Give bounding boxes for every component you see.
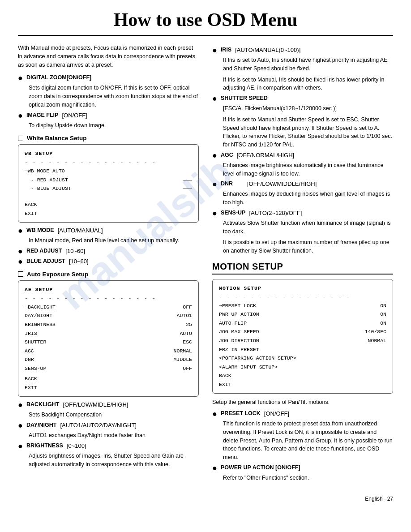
motion-box-title: MOTION SETUP [219,284,386,293]
ae-back: BACK [25,374,192,383]
ae-row: →BACKLIGHTOFF [25,303,192,312]
bullet-icon: ● [18,257,23,266]
digital-zoom-label: DIGITAL ZOOM[ON/OFF] [26,74,91,81]
agc-range: [OFF/NORMAL/HIGH] [237,152,295,159]
backlight-label: BACKLIGHT [26,401,60,408]
bullet-icon: ● [212,94,217,103]
dnr-item: ● DNR [OFF/LOW/MIDDLE/HIGH] [212,180,393,188]
red-adjust-key: - RED ADJUST [31,176,68,184]
motion-rows-container: →PRESET LOCKONPWR UP ACTIONONAUTO FLIPON… [219,301,386,345]
intro-text: With Manual mode at presets, Focus data … [18,44,199,69]
red-adjust-row: - RED ADJUST ——— [31,176,192,184]
sens-up-desc1: Activates Slow Shutter function when lum… [223,219,393,236]
red-adjust-item: ● RED ADJUST [10~60] [18,248,199,255]
bullet-icon: ● [18,247,23,255]
bullet-icon: ● [18,112,23,120]
ae-row: IRISAUTO [25,329,192,338]
shutter-item: ● SHUTTER SPEED [212,95,393,103]
motion-row: JOG DIRECTIONNORMAL [219,336,386,345]
arrow-icon: → [25,167,28,176]
bullet-icon: ● [18,442,23,450]
bullet-icon: ● [212,410,217,418]
power-up-item: ● POWER UP ACTION [ON/OFF] [212,464,393,472]
ae-box-dashes: - - - - - - - - - - - - - - - - - [25,294,192,303]
bullet-icon: ● [212,46,217,54]
motion-box-dashes: - - - - - - - - - - - - - - - - - [219,292,386,301]
frz-preset: FRZ IN PRESET [219,345,386,354]
bullet-icon: ● [212,209,217,217]
preset-lock-item: ● PRESET LOCK [ON/OFF] [212,410,393,418]
bullet-icon: ● [18,74,23,82]
image-flip-label: IMAGE FLIP [26,112,59,118]
ae-setup-heading: Auto Exposure Setup [18,271,199,278]
agc-label: AGC [221,152,233,158]
iris-desc1: If Iris is set to Auto, Iris should have… [223,56,393,73]
bullet-icon: ● [212,180,217,188]
brightness-desc: Adjusts brightness of images. Iris, Shut… [29,452,199,469]
page-footer: English –27 [18,494,393,502]
sens-up-desc2: It is possible to set up the maximum num… [223,238,393,255]
wb-setup-heading: White Balance Setup [18,135,199,142]
blue-adjust-item: ● BLUE ADJUST [10~60] [18,258,199,266]
motion-desc: Setup the general functions of Pan/Tilt … [212,398,393,407]
right-column: ● IRIS [AUTO/MANUAL(0~100)] If Iris is s… [212,44,393,485]
bullet-icon: ● [212,464,217,472]
preset-lock-desc: This function is made to protect preset … [223,420,393,462]
wb-setup-box: WB SETUP - - - - - - - - - - - - - - - -… [18,144,199,223]
red-adjust-range: [10~60] [65,248,85,254]
motion-row: JOG MAX SPEED140/SEC [219,327,386,336]
agc-desc: Enhances image brightness automatically … [223,161,393,178]
image-flip-desc: To display Upside down image. [29,121,199,130]
wb-mode-desc: In Manual mode, Red and Blue level can b… [29,236,199,245]
shutter-range: [ESC/A. Flicker/Manual(x128~1/120000 sec… [223,104,393,113]
red-adjust-val: ——— [183,176,192,184]
brightness-label: BRIGHTNESS [26,442,63,449]
ae-setup-box: AE SETUP - - - - - - - - - - - - - - - -… [18,280,199,397]
ae-row: DNRMIDDLE [25,355,192,364]
motion-setup-box: MOTION SETUP - - - - - - - - - - - - - -… [212,279,393,394]
shutter-desc: If Iris is set to Manual and Shutter Spe… [223,116,393,149]
bullet-icon: ● [18,401,23,409]
dnr-label: DNR [221,180,233,187]
sens-up-item: ● SENS-UP [AUTO(2~128)/OFF] [212,210,393,217]
brightness-range: [0~100] [67,442,86,449]
motion-back: BACK [219,371,386,380]
square-icon [18,271,23,277]
blue-adjust-val: ——— [183,184,192,193]
motion-row: AUTO FLIPON [219,319,386,328]
digital-zoom-item: ● DIGITAL ZOOM[ON/OFF] [18,74,199,82]
iris-label: IRIS [221,47,231,53]
iris-item: ● IRIS [AUTO/MANUAL(0~100)] [212,47,393,54]
alarm-input: <ALARM INPUT SETUP> [219,363,386,372]
wb-mode-row: → WB MODE AUTO [25,167,192,176]
day-night-label: DAY/NIGHT [26,422,57,428]
motion-exit: EXIT [219,380,386,389]
wb-back: BACK [25,200,192,209]
preset-lock-range: [ON/OFF] [264,410,289,417]
digital-zoom-desc: Sets digital zoom function to ON/OFF. If… [29,84,199,109]
shutter-label: SHUTTER SPEED [221,95,268,101]
sens-up-range: [AUTO(2~128)/OFF] [249,210,302,216]
left-column: With Manual mode at presets, Focus data … [18,44,199,485]
day-night-range: [AUTO1/AUTO2/DAY/NIGHT] [60,422,136,429]
wb-exit: EXIT [25,209,192,218]
preset-lock-label: PRESET LOCK [221,410,261,416]
square-icon [18,136,23,141]
ae-exit: EXIT [25,383,192,392]
day-night-item: ● DAY/NIGHT [AUTO1/AUTO2/DAY/NIGHT] [18,422,199,429]
brightness-item: ● BRIGHTNESS [0~100] [18,442,199,450]
wb-mode-label: WB MODE [26,227,54,233]
blue-adjust-range: [10~60] [69,258,89,265]
backlight-item: ● BACKLIGHT [OFF/LOW/MIDLE/HIGH] [18,401,199,409]
motion-setup-heading: MOTION SETUP [212,262,393,275]
pof-action: <POFFARKING ACTION SETUP> [219,354,386,363]
backlight-range: [OFF/LOW/MIDLE/HIGH] [63,401,128,408]
iris-range: [AUTO/MANUAL(0~100)] [235,47,300,53]
backlight-desc: Sets Backlight Compensation [29,411,199,419]
day-night-desc: AUTO1 exchanges Day/Night mode faster th… [29,431,199,440]
blue-adjust-label: BLUE ADJUST [26,258,65,264]
blue-adjust-key: - BLUE ADJUST [31,184,71,193]
motion-row: PWR UP ACTIONON [219,310,386,319]
image-flip-range: [ON/OFF] [62,112,87,119]
dnr-desc: Enhances images by deducting noises when… [223,190,393,207]
